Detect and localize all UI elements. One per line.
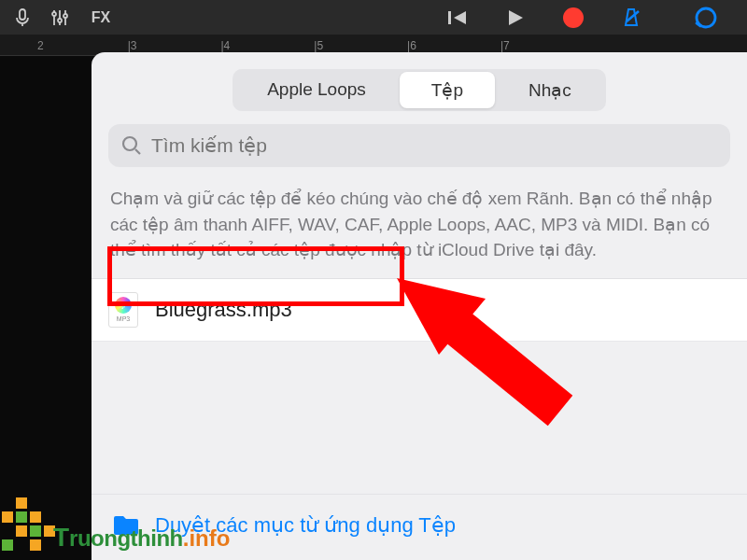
file-row[interactable]: ♪ MP3 Bluegrass.mp3 xyxy=(92,279,747,342)
ruler-mark: |4 xyxy=(220,39,230,52)
search-field[interactable] xyxy=(108,124,730,167)
file-list: ♪ MP3 Bluegrass.mp3 xyxy=(92,278,747,342)
watermark-letter: T xyxy=(53,523,69,553)
transport-controls xyxy=(443,4,646,32)
mic-icon[interactable] xyxy=(7,4,37,32)
tab-apple-loops[interactable]: Apple Loops xyxy=(235,72,398,108)
svg-point-1 xyxy=(52,12,56,16)
file-name: Bluegrass.mp3 xyxy=(155,298,292,322)
tab-files[interactable]: Tệp xyxy=(400,72,495,108)
watermark-brand: ruongthinh xyxy=(69,525,183,552)
svg-point-6 xyxy=(123,137,136,150)
tab-music[interactable]: Nhạc xyxy=(497,72,603,108)
svg-point-3 xyxy=(63,14,67,18)
search-input[interactable] xyxy=(151,134,717,157)
metronome-button[interactable] xyxy=(616,4,646,32)
help-text: Chạm và giữ các tệp để kéo chúng vào chế… xyxy=(92,176,747,278)
loop-browser-button[interactable] xyxy=(691,4,721,32)
fx-button[interactable]: FX xyxy=(82,4,120,32)
svg-rect-0 xyxy=(20,9,25,20)
ruler-mark: 2 xyxy=(37,39,44,52)
svg-point-2 xyxy=(58,19,62,22)
source-segmented-control: Apple Loops Tệp Nhạc xyxy=(233,69,606,111)
mixer-icon[interactable] xyxy=(45,4,75,32)
play-button[interactable] xyxy=(500,4,530,32)
file-browser-popover: Apple Loops Tệp Nhạc Chạm và giữ các tệp… xyxy=(92,52,747,560)
watermark: T ruongthinh .info xyxy=(2,497,230,553)
svg-rect-4 xyxy=(448,11,451,24)
search-icon xyxy=(121,135,142,156)
watermark-suffix: .info xyxy=(183,525,231,552)
mp3-file-icon: ♪ MP3 xyxy=(108,292,138,328)
top-toolbar: FX xyxy=(0,0,747,35)
record-button[interactable] xyxy=(558,4,588,32)
rewind-button[interactable] xyxy=(443,4,472,32)
ruler-mark: |6 xyxy=(407,39,416,52)
watermark-logo xyxy=(2,497,55,551)
ruler-mark: |3 xyxy=(128,39,137,52)
ruler-mark: |7 xyxy=(500,39,510,52)
ruler-mark: |5 xyxy=(314,39,323,52)
record-icon xyxy=(563,7,584,28)
list-empty-area xyxy=(92,342,747,454)
